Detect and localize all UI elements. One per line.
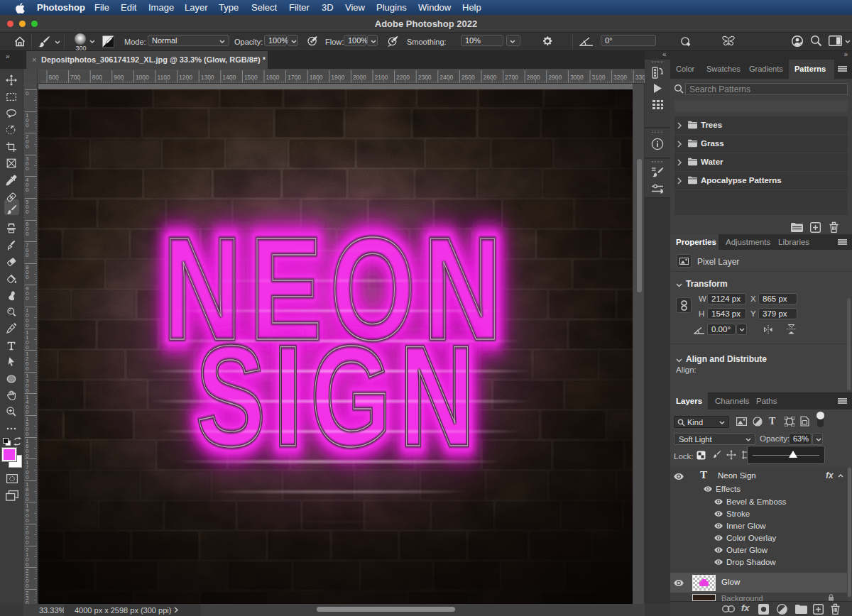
svg-text:3300: 3300 — [635, 74, 645, 81]
svg-text:1700: 1700 — [288, 74, 301, 81]
svg-text:1300: 1300 — [201, 74, 214, 81]
svg-text:2500: 2500 — [462, 74, 475, 81]
svg-text:2200: 2200 — [396, 74, 410, 81]
svg-text:2800: 2800 — [527, 74, 540, 81]
svg-text:1500: 1500 — [244, 74, 258, 81]
svg-text:1000: 1000 — [136, 74, 149, 81]
svg-text:2400: 2400 — [439, 74, 453, 81]
svg-text:2700: 2700 — [505, 74, 518, 81]
svg-text:2300: 2300 — [418, 74, 432, 81]
svg-text:1100: 1100 — [158, 74, 171, 81]
svg-text:2100: 2100 — [375, 74, 388, 81]
svg-text:SIGN: SIGN — [196, 315, 482, 475]
svg-text:3200: 3200 — [613, 74, 627, 81]
svg-text:1800: 1800 — [310, 74, 323, 81]
svg-text:3100: 3100 — [592, 74, 606, 81]
svg-text:1600: 1600 — [266, 74, 280, 81]
svg-text:2900: 2900 — [548, 74, 562, 81]
svg-text:1200: 1200 — [179, 74, 192, 81]
svg-text:2000: 2000 — [353, 74, 366, 81]
svg-text:1400: 1400 — [222, 74, 236, 81]
svg-text:900: 900 — [114, 74, 124, 81]
svg-text:3000: 3000 — [570, 74, 584, 81]
svg-text:2600: 2600 — [484, 74, 497, 81]
svg-text:800: 800 — [92, 74, 102, 81]
svg-text:1900: 1900 — [331, 74, 344, 81]
svg-text:700: 700 — [70, 74, 80, 81]
svg-text:600: 600 — [49, 74, 59, 81]
